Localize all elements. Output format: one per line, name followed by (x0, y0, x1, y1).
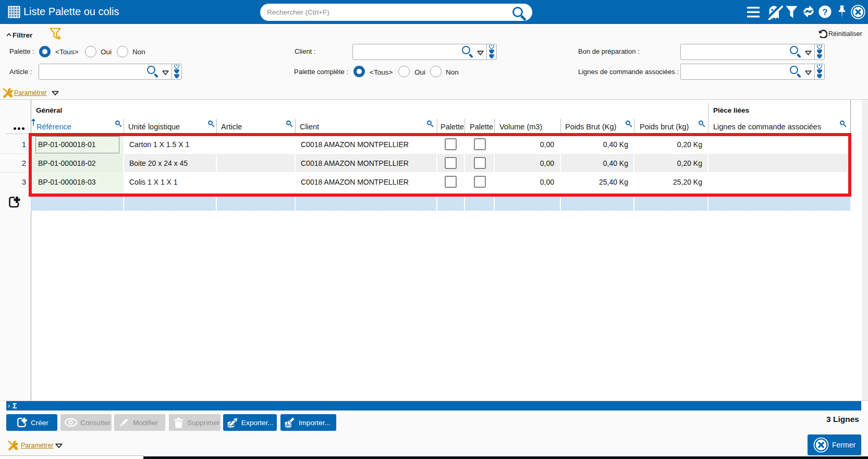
svg-text:?: ? (822, 7, 827, 17)
